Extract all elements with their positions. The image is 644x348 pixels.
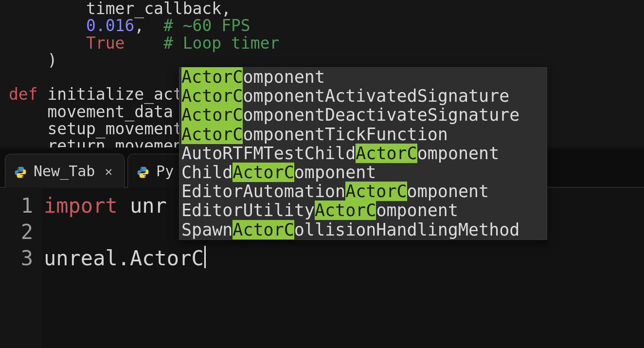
- tab-new-tab[interactable]: New_Tab ✕: [5, 154, 125, 188]
- line-number-gutter: 1 2 3: [0, 189, 42, 348]
- autocomplete-item-post: omponentDeactivateSignature: [243, 105, 519, 125]
- autocomplete-item-pre: AutoRTFMTestChild: [181, 144, 356, 163]
- autocomplete-item[interactable]: ActorComponentActivatedSignature: [179, 87, 547, 106]
- autocomplete-item-post: omponentActivatedSignature: [243, 86, 509, 106]
- python-icon: [137, 165, 149, 178]
- autocomplete-item-post: omponent: [376, 201, 458, 220]
- autocomplete-item-match: ActorC: [315, 201, 376, 220]
- autocomplete-item-match: ActorC: [181, 105, 243, 125]
- autocomplete-item[interactable]: ChildActorComponent: [179, 163, 547, 182]
- tab-py[interactable]: Py: [127, 154, 186, 188]
- text-cursor: [204, 246, 206, 268]
- autocomplete-item-pre: EditorAutomation: [181, 182, 345, 201]
- autocomplete-item[interactable]: ActorComponent: [179, 68, 547, 87]
- line-number: 2: [0, 219, 33, 245]
- autocomplete-item-post: omponent: [294, 163, 376, 182]
- autocomplete-item[interactable]: EditorUtilityActorComponent: [179, 201, 547, 220]
- autocomplete-item-post: omponent: [417, 144, 500, 163]
- python-icon: [14, 165, 27, 178]
- autocomplete-item-post: omponent: [243, 67, 325, 87]
- autocomplete-item-match: ActorC: [181, 67, 243, 87]
- autocomplete-item-match: ActorC: [233, 163, 294, 182]
- line-number: 3: [0, 245, 33, 272]
- autocomplete-item[interactable]: EditorAutomationActorComponent: [179, 182, 547, 201]
- autocomplete-item[interactable]: SpawnActorCollisionHandlingMethod: [179, 220, 547, 239]
- autocomplete-item-pre: EditorUtility: [181, 201, 315, 220]
- autocomplete-item-post: ollisionHandlingMethod: [294, 220, 520, 239]
- autocomplete-item-pre: Spawn: [181, 220, 233, 239]
- autocomplete-item-pre: Child: [181, 163, 233, 182]
- tab-label: Py: [156, 163, 174, 180]
- close-icon[interactable]: ✕: [105, 164, 112, 179]
- autocomplete-item-match: ActorC: [233, 220, 294, 239]
- autocomplete-item[interactable]: AutoRTFMTestChildActorComponent: [179, 144, 547, 163]
- autocomplete-item[interactable]: ActorComponentTickFunction: [179, 125, 547, 144]
- autocomplete-item-match: ActorC: [181, 86, 243, 106]
- autocomplete-item[interactable]: ActorComponentDeactivateSignature: [179, 106, 547, 125]
- autocomplete-item-post: omponentTickFunction: [243, 125, 447, 144]
- line-number: 1: [0, 193, 33, 219]
- tab-label: New_Tab: [34, 163, 95, 180]
- autocomplete-item-post: omponent: [407, 182, 489, 201]
- autocomplete-item-match: ActorC: [345, 182, 407, 201]
- autocomplete-item-match: ActorC: [356, 144, 417, 163]
- autocomplete-popup[interactable]: ActorComponentActorComponentActivatedSig…: [179, 67, 547, 240]
- autocomplete-item-match: ActorC: [181, 125, 243, 144]
